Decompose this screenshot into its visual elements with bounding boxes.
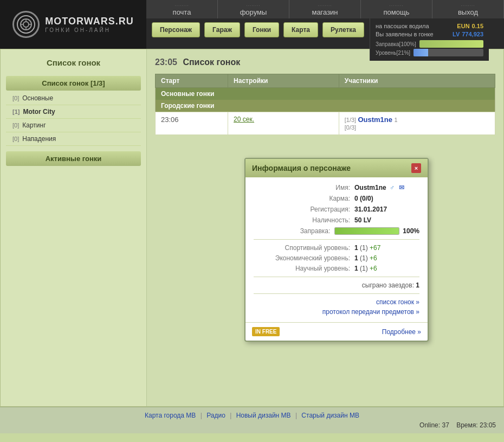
- popup-sport-bracket-inner: 1: [362, 244, 366, 252]
- nav-label-forums: форумы: [240, 8, 267, 16]
- popup-link-transfer[interactable]: протокол передачи предметов »: [254, 308, 419, 316]
- user-stat-eun-currency: EUN: [457, 23, 469, 29]
- popup-links-section: список гонок » протокол передачи предмет…: [254, 293, 419, 316]
- sidebar-item-napadenia[interactable]: [0] Нападения: [6, 132, 141, 146]
- nav-item-shop[interactable]: ........ магазин: [289, 0, 361, 18]
- sidebar-label-1: Motor City: [23, 108, 55, 116]
- footer-link-olddesign[interactable]: Старый дизайн МВ: [301, 412, 359, 419]
- sidebar-title: Список гонок: [6, 55, 141, 71]
- popup-link-races[interactable]: список гонок »: [254, 298, 419, 306]
- popup-footer: IN FREE Подробнее »: [245, 322, 428, 341]
- slot-count: [0/3]: [345, 124, 356, 131]
- logo-area: MOTORWARS.RU ГОНКИ ОН-ЛАЙН: [0, 0, 146, 49]
- footer-status: Online: 37 Время: 23:05: [8, 421, 496, 429]
- sidebar-section-list[interactable]: Список гонок [1/3]: [6, 76, 141, 91]
- race-start-time: 23:06: [156, 112, 228, 135]
- sidebar-count-1: [1]: [12, 108, 20, 115]
- nav-label-shop: магазин: [312, 8, 338, 16]
- sidebar-section-active[interactable]: Активные гонки: [6, 151, 141, 166]
- nav-dots-help: ........: [390, 2, 404, 7]
- user-stat-eun-label: на пасошок водила: [376, 23, 429, 29]
- character-info-popup: Информация о персонаже × Имя: Oustm1ne ♂…: [244, 158, 429, 342]
- footer: Карта города МВ | Радио | Новый дизайн М…: [0, 407, 504, 433]
- btn-map[interactable]: Карта: [283, 22, 318, 37]
- popup-econ-num: 1: [354, 254, 358, 262]
- th-start: Старт: [156, 74, 228, 88]
- popup-close-button[interactable]: ×: [411, 163, 421, 173]
- fuel-row: Заправка[100%]: [376, 40, 483, 48]
- sidebar-count-2: [0]: [12, 122, 19, 129]
- footer-link-newdesign[interactable]: Новый дизайн МВ: [236, 412, 291, 419]
- participant-name[interactable]: Oustm1ne: [358, 116, 392, 124]
- section-row-2: Городские гонки: [156, 100, 495, 112]
- btn-garage[interactable]: Гараж: [204, 22, 240, 37]
- sidebar-item-karting[interactable]: [0] Картинг: [6, 119, 141, 132]
- content-time: 23:05: [155, 57, 177, 67]
- popup-fuel-bar-fill: [335, 228, 399, 234]
- popup-fuel-bar-outer: [334, 227, 399, 235]
- popup-title: Информация о персонаже: [252, 164, 351, 172]
- btn-persona[interactable]: Персонаж: [152, 22, 200, 37]
- popup-econ-bonus: +6: [370, 254, 377, 262]
- nav-item-exit[interactable]: ........ выход: [432, 0, 504, 18]
- footer-sep-3: |: [295, 412, 299, 419]
- nav-item-forums[interactable]: ........ форумы: [218, 0, 289, 18]
- popup-reg-label: Регистрация:: [254, 206, 350, 213]
- footer-link-map[interactable]: Карта города МВ: [145, 412, 196, 419]
- popup-karma-label: Карма:: [254, 195, 350, 202]
- footer-sep-2: |: [230, 412, 233, 419]
- popup-econ-row: Экономический уровень: 1 (1) +6: [254, 254, 419, 262]
- popup-sport-value: 1 (1) +67: [354, 244, 419, 252]
- popup-mail-icon: ✉: [399, 184, 404, 191]
- fuel-bar: [419, 40, 483, 48]
- sidebar-item-osnovnye[interactable]: [0] Основные: [6, 92, 141, 105]
- nav-item-pochta[interactable]: ........ почта: [146, 0, 218, 18]
- popup-sport-bonus: +67: [370, 244, 380, 252]
- bottom-nav: Персонаж Гараж Гонки Карта Рулетка: [146, 18, 370, 41]
- logo-symbol: [17, 15, 35, 34]
- popup-fuel-row: Заправка: 100%: [254, 227, 419, 235]
- logo-title: MOTORWARS.RU: [45, 16, 133, 27]
- participant-count: [1/3]: [345, 117, 356, 123]
- popup-econ-label: Экономический уровень:: [254, 254, 350, 262]
- nav-label-pochta: почта: [173, 8, 191, 16]
- nav-item-help[interactable]: ........ помощь: [361, 0, 432, 18]
- time-label: Время:: [456, 421, 477, 429]
- popup-sport-num: 1: [354, 244, 358, 252]
- popup-header: Информация о персонаже ×: [245, 159, 428, 177]
- popup-sci-num: 1: [354, 265, 358, 272]
- user-stat-lv-currency: LV: [453, 31, 460, 37]
- logo-text: MOTORWARS.RU ГОНКИ ОН-ЛАЙН: [45, 16, 133, 33]
- btn-races[interactable]: Гонки: [244, 22, 279, 37]
- popup-sci-label: Научный уровень:: [254, 265, 350, 272]
- popup-name-text: Oustm1ne: [354, 184, 386, 191]
- nav-area: ........ почта ........ форумы ........ …: [146, 0, 504, 49]
- race-participant-line1: [1/3] Oustm1ne 1: [345, 116, 489, 124]
- nav-dots-forums: ........: [247, 2, 261, 7]
- nav-label-exit: выход: [458, 8, 478, 16]
- time-value: 23:05: [480, 421, 496, 429]
- popup-name-value: Oustm1ne ♂ ✉: [354, 184, 419, 191]
- fuel-bar-fill: [419, 40, 483, 48]
- sidebar-count-0: [0]: [12, 95, 19, 101]
- footer-sep-1: |: [201, 412, 204, 419]
- popup-body: Имя: Oustm1ne ♂ ✉ Карма: 0 (0/0) Регистр…: [245, 177, 428, 322]
- user-stat-lv-label: Вы заявлены в гонке: [376, 31, 434, 37]
- participant-num: 1: [394, 117, 397, 123]
- details-link[interactable]: Подробнее »: [382, 328, 421, 336]
- btn-roulette[interactable]: Рулетка: [322, 22, 364, 37]
- user-stat-lv-row: Вы заявлены в гонке LV 774,923: [376, 31, 483, 37]
- popup-econ-bracket: (1): [360, 254, 368, 262]
- content-area: 23:05 Список гонок Старт Настройки Участ…: [147, 49, 503, 406]
- popup-name-label: Имя:: [254, 184, 350, 191]
- popup-fuel-text: 100%: [403, 227, 419, 235]
- sidebar-item-motorcity[interactable]: [1] Motor City: [6, 105, 141, 119]
- race-settings-link[interactable]: 20 сек.: [234, 116, 254, 123]
- in-free-badge: IN FREE: [252, 327, 280, 336]
- footer-link-radio[interactable]: Радио: [206, 412, 225, 419]
- popup-econ-value: 1 (1) +6: [354, 254, 419, 262]
- popup-fuel-bar-container: 100%: [334, 227, 419, 235]
- popup-cash-value: 50 LV: [354, 216, 419, 224]
- race-row-1: 23:06 20 сек. [1/3] Oustm1ne 1 [0/3]: [156, 112, 495, 135]
- nav-dots-pochta: ........: [175, 2, 189, 7]
